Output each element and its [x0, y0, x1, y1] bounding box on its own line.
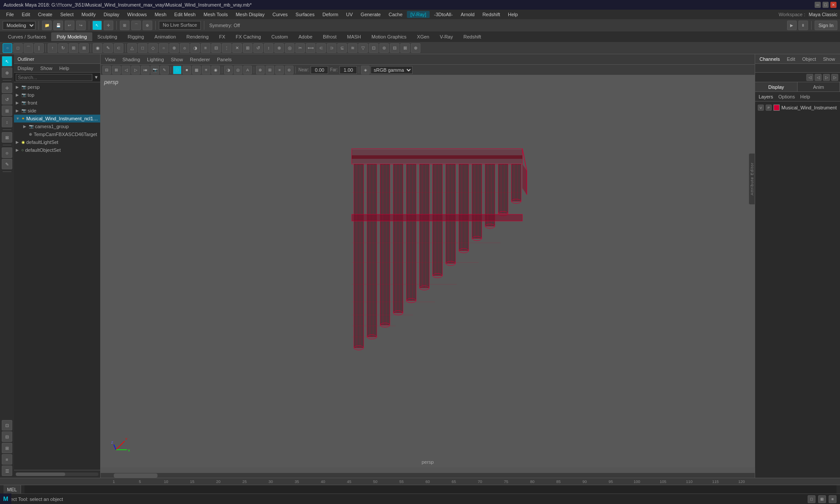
- menu-mesh-tools[interactable]: Mesh Tools: [200, 11, 231, 18]
- last-tool-side[interactable]: ↕: [2, 117, 12, 127]
- vp-wire-btn[interactable]: □: [173, 66, 182, 74]
- snap-to-surface-btn[interactable]: △: [127, 43, 137, 53]
- snap-grid-btn[interactable]: ⊞: [120, 21, 130, 30]
- ch-layers-tab[interactable]: Layers: [757, 93, 775, 100]
- select-tool-btn[interactable]: ↖: [92, 21, 102, 30]
- rotate-tool-side[interactable]: ↺: [2, 94, 12, 105]
- graph-btn[interactable]: ≡: [2, 454, 12, 465]
- minimize-button[interactable]: ─: [815, 2, 821, 8]
- paint-ops-side[interactable]: ✎: [2, 159, 12, 169]
- near-clip-field[interactable]: [311, 66, 328, 74]
- tree-item-temp-cam[interactable]: ⊕ TempCamFBXASCD46Target: [14, 130, 100, 138]
- flip-edge-btn[interactable]: ↕: [264, 43, 273, 53]
- status-icon-1[interactable]: □: [808, 495, 816, 503]
- lasso-select-side[interactable]: ⌾: [2, 147, 12, 158]
- tab-curves-surfaces[interactable]: Curves / Surfaces: [3, 32, 51, 41]
- tab-poly-modeling[interactable]: Poly Modeling: [51, 32, 92, 41]
- mel-input[interactable]: [24, 485, 836, 494]
- redo-btn[interactable]: ↪: [76, 21, 86, 30]
- select-mode-btn[interactable]: ↖: [2, 56, 12, 66]
- vp-home-btn[interactable]: ⊟: [102, 66, 111, 74]
- vp-shadows-btn[interactable]: ◑: [224, 66, 233, 74]
- smooth-btn[interactable]: ≋: [348, 43, 357, 53]
- menu-generate[interactable]: Generate: [357, 11, 384, 18]
- menu-vray[interactable]: [V-Ray]: [407, 11, 430, 18]
- undo-btn[interactable]: ↩: [65, 21, 74, 30]
- layer-p-btn[interactable]: P: [766, 105, 772, 111]
- tab-rigging[interactable]: Rigging: [122, 32, 149, 41]
- ch-options-tab[interactable]: Options: [777, 93, 797, 100]
- vp-texture-btn[interactable]: ▦: [192, 66, 201, 74]
- bevel-btn[interactable]: ◇: [148, 43, 158, 53]
- cut-btn[interactable]: ✂: [295, 43, 305, 53]
- ch-icon-1[interactable]: ◁: [806, 74, 813, 81]
- lasso-btn[interactable]: ⊂: [114, 43, 123, 53]
- mirror-btn[interactable]: ⟺: [306, 43, 315, 53]
- collapse-edge-btn[interactable]: ⊞: [243, 43, 252, 53]
- move-btn[interactable]: ↑: [48, 43, 57, 53]
- universal-manip-btn[interactable]: ⊠: [79, 43, 89, 53]
- scale-tool-side[interactable]: ⊞: [2, 105, 12, 116]
- viewport-scrollbar[interactable]: [101, 472, 755, 478]
- vp-ao-btn[interactable]: ◎: [234, 66, 242, 74]
- vp-render-preview[interactable]: ◉: [211, 66, 220, 74]
- ch-icon-2[interactable]: ◁: [815, 74, 822, 81]
- vp-hud-icon[interactable]: ≡: [275, 66, 284, 74]
- bridge-btn[interactable]: ○: [159, 43, 168, 53]
- separate-btn[interactable]: ⊃: [327, 43, 336, 53]
- menu-file[interactable]: File: [3, 11, 18, 18]
- snap-curve-btn[interactable]: ⌒: [131, 21, 141, 30]
- status-icon-2[interactable]: ⊞: [818, 495, 826, 503]
- split-mesh-btn[interactable]: ≡: [201, 43, 210, 53]
- merge-btn[interactable]: ⋮: [222, 43, 231, 53]
- ch-tab-channels[interactable]: Channels: [758, 56, 781, 63]
- soft-select-btn[interactable]: ◉: [93, 43, 102, 53]
- menu-windows[interactable]: Windows: [124, 11, 150, 18]
- spin-edge-btn[interactable]: ↺: [253, 43, 263, 53]
- outliner-menu-show[interactable]: Show: [38, 65, 54, 72]
- tab-custom[interactable]: Custom: [266, 32, 293, 41]
- gamma-select[interactable]: sRGB gamma: [371, 66, 413, 74]
- scale-btn[interactable]: ⊞: [69, 43, 78, 53]
- outliner-btn[interactable]: ☰: [2, 466, 12, 476]
- menu-edit-mesh[interactable]: Edit Mesh: [171, 11, 199, 18]
- snap-point-btn[interactable]: ⊕: [143, 21, 152, 30]
- vp-menu-lighting[interactable]: Lighting: [144, 56, 167, 63]
- ch-tab-edit[interactable]: Edit: [785, 56, 797, 63]
- fill-hole-btn[interactable]: ⊕: [169, 43, 179, 53]
- tab-adobe[interactable]: Adobe: [293, 32, 318, 41]
- menu-cache[interactable]: Cache: [385, 11, 406, 18]
- tab-mash[interactable]: MASH: [342, 32, 366, 41]
- layer-v-btn[interactable]: V: [758, 105, 764, 111]
- save-file-btn[interactable]: 💾: [53, 21, 63, 30]
- outliner-menu-display[interactable]: Display: [16, 65, 35, 72]
- tree-item-camera-group[interactable]: ▶ 📷 camera1_group: [14, 122, 100, 130]
- cleanup-btn[interactable]: ⊠: [400, 43, 410, 53]
- far-clip-field[interactable]: [340, 66, 357, 74]
- vp-grid-icon[interactable]: ⊞: [266, 66, 274, 74]
- tree-item-default-object[interactable]: ▶ ○ defaultObjectSet: [14, 146, 100, 154]
- open-file-btn[interactable]: 📁: [42, 21, 52, 30]
- menu-help[interactable]: Help: [504, 11, 522, 18]
- paint-btn[interactable]: ✎: [103, 43, 113, 53]
- delete-edge-btn[interactable]: ✕: [232, 43, 242, 53]
- insert-edge-btn[interactable]: ⊟: [211, 43, 221, 53]
- vp-transform-icon[interactable]: ⊕: [256, 66, 265, 74]
- menu-mesh-display[interactable]: Mesh Display: [232, 11, 268, 18]
- tree-item-front[interactable]: ▶ 📷 front: [14, 99, 100, 107]
- tab-bifrost[interactable]: Bifrost: [318, 32, 342, 41]
- menu-display[interactable]: Display: [100, 11, 123, 18]
- ch-anim-tab[interactable]: Anim: [798, 82, 840, 91]
- triangulate-btn[interactable]: ▽: [358, 43, 368, 53]
- ch-display-tab[interactable]: Display: [755, 82, 798, 91]
- tree-item-top[interactable]: ▶ 📷 top: [14, 91, 100, 99]
- tree-item-side[interactable]: ▶ 📷 side: [14, 107, 100, 115]
- vp-menu-show[interactable]: Show: [168, 56, 186, 63]
- ch-icon-4[interactable]: ▷: [831, 74, 838, 81]
- close-button[interactable]: ✕: [830, 2, 836, 8]
- menu-edit[interactable]: Edit: [18, 11, 34, 18]
- tab-sculpting[interactable]: Sculpting: [92, 32, 122, 41]
- vp-fwd-btn[interactable]: ▷: [131, 66, 140, 74]
- menu-mesh[interactable]: Mesh: [151, 11, 170, 18]
- append-to-poly-btn[interactable]: ⊕: [411, 43, 420, 53]
